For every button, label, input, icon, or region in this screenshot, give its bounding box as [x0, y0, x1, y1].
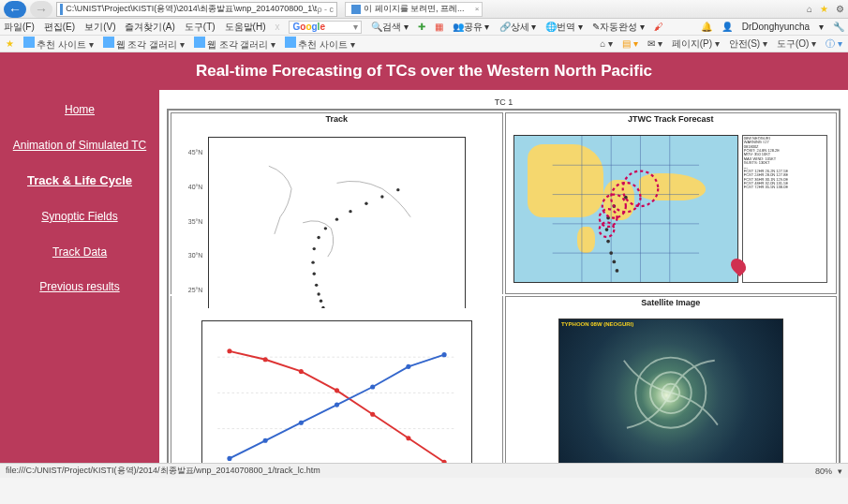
- svg-point-51: [406, 364, 410, 369]
- zoom-dropdown-icon[interactable]: ▾: [838, 467, 842, 476]
- cell-track: Track: [171, 112, 503, 294]
- svg-point-47: [262, 438, 267, 443]
- svg-point-25: [606, 240, 610, 244]
- google-search-box[interactable]: Google ▾: [289, 21, 361, 34]
- svg-point-13: [396, 188, 399, 191]
- wsslp-chart: 7/8 7/9 7/10 7/11 7/12 7/13 7/14: [201, 320, 472, 463]
- cell-satellite-title: Satellite Image: [506, 297, 837, 308]
- toolbar-share[interactable]: 👥공유 ▾: [453, 21, 490, 34]
- mail-icon[interactable]: ✉ ▾: [647, 38, 662, 49]
- svg-point-42: [335, 388, 339, 393]
- nav-back-button[interactable]: ←: [4, 1, 26, 18]
- favorites-bar: ★ 추천 사이트 ▾ 웹 조각 갤러리 ▾ 웹 조각 갤러리 ▾ 추천 사이트 …: [0, 36, 848, 52]
- tab-icon: [351, 5, 361, 14]
- nav-home[interactable]: Home: [9, 103, 150, 118]
- browser-tab[interactable]: 이 페이지를 보려면, 프레... ×: [345, 2, 483, 17]
- svg-point-43: [370, 412, 375, 417]
- cell-track-title: Track: [171, 113, 502, 125]
- cell-jtwc-title: JTWC Track Forecast: [506, 113, 837, 125]
- nav-forward-button[interactable]: →: [30, 1, 52, 18]
- toolbar-plus-icon[interactable]: ✚: [418, 22, 425, 32]
- svg-point-6: [312, 247, 315, 250]
- cell-satellite: Satellite Image TYPHOON 08W (NEOGURI): [505, 296, 838, 463]
- svg-point-8: [323, 227, 326, 230]
- tools-menu[interactable]: 도구(O) ▾: [777, 37, 816, 51]
- svg-point-46: [227, 456, 231, 461]
- jtwc-data-table: 08W NEOGURIWARNING #27081800ZPOSIT: 24.8…: [742, 135, 828, 283]
- sidebar-nav: Home Animation of Simulated TC Track & L…: [0, 90, 159, 463]
- svg-point-23: [613, 259, 617, 263]
- tab-title: 이 페이지를 보려면, 프레...: [364, 3, 465, 15]
- svg-point-4: [312, 273, 315, 275]
- feed-icon[interactable]: ▤ ▾: [622, 38, 638, 49]
- menu-edit[interactable]: 편집(E): [44, 21, 75, 34]
- satellite-image: TYPHOON 08W (NEOGURI): [558, 319, 783, 463]
- nav-animation[interactable]: Animation of Simulated TC: [9, 139, 150, 154]
- browser-titlebar: ← → C:\UNIST\Project\KISTI(용역)\2014\최종발표…: [0, 0, 848, 19]
- safety-menu[interactable]: 안전(S) ▾: [729, 37, 767, 51]
- fav-link-4[interactable]: 추천 사이트 ▾: [285, 37, 355, 52]
- svg-point-48: [299, 421, 304, 425]
- page-icon: [60, 4, 63, 15]
- help-icon[interactable]: ⓘ ▾: [826, 37, 842, 51]
- fav-link-2[interactable]: 웹 조각 갤러리 ▾: [103, 37, 185, 52]
- toolbar-grid-icon[interactable]: ▦: [435, 22, 443, 32]
- add-favorite-icon[interactable]: ★: [6, 38, 14, 49]
- svg-point-10: [349, 210, 351, 213]
- wrench-icon[interactable]: 🔧: [833, 22, 844, 32]
- track-chart: 45°N 40°N 35°N 30°N 25°N 115°E 120°E 125…: [208, 137, 466, 320]
- toolbar-search[interactable]: 🔍검색 ▾: [371, 21, 409, 34]
- home-button-icon[interactable]: ⌂ ▾: [600, 38, 613, 49]
- page-menu[interactable]: 페이지(P) ▾: [672, 37, 720, 51]
- menu-help[interactable]: 도움말(H): [225, 21, 266, 34]
- browser-menubar: 파일(F) 편집(E) 보기(V) 즐겨찾기(A) 도구(T) 도움말(H) x…: [0, 19, 848, 36]
- address-suffix: ρ - c: [317, 5, 334, 14]
- svg-point-22: [616, 269, 619, 273]
- zoom-level[interactable]: 80%: [815, 467, 832, 476]
- user-name[interactable]: DrDonghyuncha: [742, 22, 810, 32]
- notification-bell-icon[interactable]: 🔔: [701, 22, 712, 32]
- svg-point-41: [299, 369, 304, 374]
- status-bar: file:///C:/UNIST/Project/KISTI(용역)/2014/…: [0, 463, 848, 478]
- svg-point-52: [441, 352, 446, 357]
- svg-point-1: [320, 300, 322, 303]
- status-path: file:///C:/UNIST/Project/KISTI(용역)/2014/…: [6, 465, 320, 477]
- user-dropdown-icon[interactable]: ▾: [819, 22, 824, 32]
- nav-previous[interactable]: Previous results: [9, 280, 150, 295]
- user-avatar-icon[interactable]: 👤: [722, 22, 733, 32]
- toolbar-highlight-icon[interactable]: 🖌: [654, 22, 663, 32]
- svg-point-50: [370, 385, 375, 390]
- settings-gear-icon[interactable]: ⚙: [836, 4, 844, 14]
- svg-point-9: [335, 218, 338, 221]
- menu-tools[interactable]: 도구(T): [185, 21, 216, 34]
- menu-file[interactable]: 파일(F): [4, 21, 35, 34]
- svg-point-7: [317, 236, 320, 239]
- cell-wsslp: Max. sfc ws (Red) & Min. slp (Blue): [171, 296, 503, 463]
- address-bar[interactable]: C:\UNIST\Project\KISTI(용역)\2014\최종발표\wnp…: [56, 2, 337, 17]
- nav-trackdata[interactable]: Track Data: [9, 245, 150, 260]
- jtwc-map: [513, 135, 738, 283]
- svg-point-24: [609, 251, 613, 255]
- svg-point-40: [262, 357, 267, 362]
- home-icon[interactable]: ⌂: [807, 4, 812, 14]
- svg-point-3: [315, 284, 318, 287]
- favorites-star-icon[interactable]: ★: [820, 4, 828, 14]
- svg-point-39: [227, 348, 231, 353]
- svg-point-5: [311, 261, 314, 264]
- svg-point-12: [380, 196, 383, 199]
- nav-synoptic[interactable]: Synoptic Fields: [9, 210, 150, 225]
- toolbar-translate[interactable]: 🌐번역 ▾: [545, 21, 583, 34]
- menu-favorites[interactable]: 즐겨찾기(A): [125, 21, 174, 34]
- address-text: C:\UNIST\Project\KISTI(용역)\2014\최종발표\wnp…: [66, 3, 317, 15]
- toolbar-autofill[interactable]: ✎자동완성 ▾: [592, 21, 645, 34]
- svg-point-2: [317, 293, 320, 296]
- menu-view[interactable]: 보기(V): [84, 21, 115, 34]
- main-panel: TC 1 Track: [159, 90, 848, 463]
- fav-link-3[interactable]: 웹 조각 갤러리 ▾: [194, 37, 275, 52]
- fav-link-1[interactable]: 추천 사이트 ▾: [23, 37, 94, 52]
- page-content: Real-time Forecasting of TCs over the We…: [0, 52, 848, 463]
- toolbar-more[interactable]: 🔗상세 ▾: [499, 21, 537, 34]
- nav-track-lifecycle[interactable]: Track & Life Cycle: [9, 173, 150, 189]
- tab-close-icon[interactable]: ×: [475, 5, 480, 13]
- svg-point-49: [335, 403, 339, 408]
